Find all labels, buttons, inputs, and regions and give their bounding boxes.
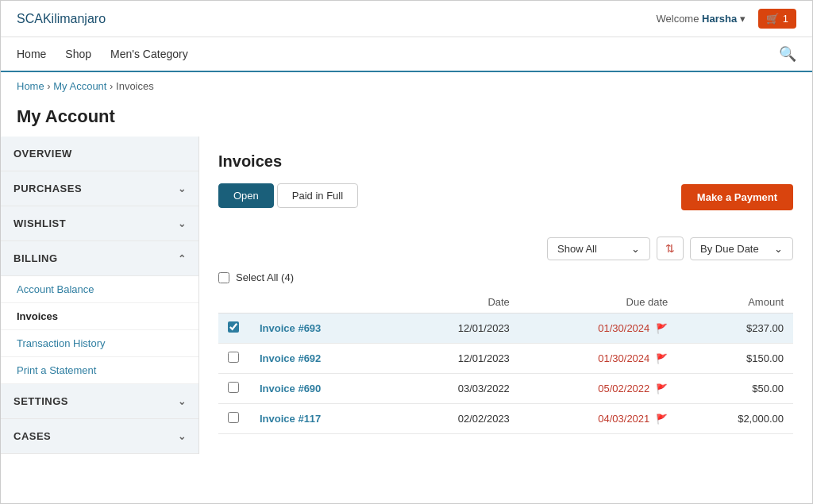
sidebar-item-purchases[interactable]: PURCHASES ⌄: [1, 171, 198, 206]
overdue-flag-icon: 🚩: [656, 353, 668, 364]
row-checkbox-cell: [218, 344, 250, 374]
due-date-text: 01/30/2024: [598, 352, 649, 364]
row-invoice-link[interactable]: Invoice #692: [250, 344, 393, 374]
sidebar-subitem-print-statement[interactable]: Print a Statement: [1, 357, 198, 384]
invoice-anchor[interactable]: Invoice #117: [260, 413, 321, 425]
breadcrumb-current: Invoices: [116, 80, 154, 92]
row-amount: $2,000.00: [677, 404, 793, 434]
nav-links: Home Shop Men's Category: [17, 48, 188, 60]
sort-by-select[interactable]: By Due Date ⌄: [690, 237, 793, 260]
sidebar-item-cases[interactable]: CASES ⌄: [1, 419, 198, 454]
chevron-down-icon: ⌄: [178, 431, 187, 442]
tab-open[interactable]: Open: [218, 183, 274, 208]
nav-home[interactable]: Home: [17, 48, 46, 60]
breadcrumb-my-account[interactable]: My Account: [53, 80, 106, 92]
logo-sca: SCA: [17, 12, 43, 25]
col-date: Date: [393, 291, 519, 314]
row-amount: $150.00: [677, 344, 793, 374]
table-row: Invoice #69212/01/202301/30/2024🚩$150.00: [218, 344, 793, 374]
show-all-label: Show All: [557, 243, 597, 255]
row-date: 03/03/2022: [393, 374, 519, 404]
invoice-anchor[interactable]: Invoice #693: [260, 322, 321, 334]
show-all-select[interactable]: Show All ⌄: [547, 237, 650, 260]
sort-icon: ⇅: [665, 242, 675, 255]
overdue-flag-icon: 🚩: [656, 414, 668, 425]
row-checkbox[interactable]: [228, 352, 239, 363]
top-header: SCAKilimanjaro Welcome Harsha ▾ 🛒 1: [1, 1, 812, 37]
nav-shop[interactable]: Shop: [65, 48, 91, 60]
content-area: Invoices Open Paid in Full Make a Paymen…: [199, 137, 812, 454]
invoice-anchor[interactable]: Invoice #690: [260, 383, 321, 394]
sidebar-wishlist-label: WISHLIST: [13, 217, 66, 229]
welcome-text: Welcome Harsha ▾: [656, 13, 745, 25]
sidebar-billing-label: BILLING: [13, 252, 58, 264]
invoice-tabs: Open Paid in Full: [218, 183, 358, 208]
select-all-checkbox[interactable]: [218, 272, 229, 283]
row-checkbox-cell: [218, 404, 250, 434]
col-amount: Amount: [677, 291, 793, 314]
row-checkbox[interactable]: [228, 412, 239, 423]
chevron-up-icon: ⌃: [178, 253, 187, 264]
invoice-anchor[interactable]: Invoice #692: [260, 352, 321, 364]
due-date-text: 04/03/2021: [598, 413, 649, 425]
header-right: Welcome Harsha ▾ 🛒 1: [656, 9, 796, 29]
due-date-text: 01/30/2024: [598, 322, 649, 334]
row-due-date: 01/30/2024🚩: [519, 344, 677, 374]
sidebar-cases-label: CASES: [13, 430, 51, 442]
sidebar-subitem-account-balance[interactable]: Account Balance: [1, 276, 198, 303]
chevron-down-icon: ⌄: [178, 396, 187, 407]
sidebar: OVERVIEW PURCHASES ⌄ WISHLIST ⌄ BILLING …: [1, 137, 199, 454]
page-title: My Account: [1, 100, 812, 137]
search-icon[interactable]: 🔍: [779, 45, 796, 63]
row-amount: $237.00: [677, 314, 793, 344]
row-invoice-link[interactable]: Invoice #693: [250, 314, 393, 344]
breadcrumb-home[interactable]: Home: [17, 80, 44, 92]
nav-mens-category[interactable]: Men's Category: [110, 48, 188, 60]
sidebar-subitem-transaction-history[interactable]: Transaction History: [1, 330, 198, 357]
content-title: Invoices: [218, 152, 793, 171]
sidebar-purchases-label: PURCHASES: [13, 183, 82, 194]
sort-direction-button[interactable]: ⇅: [657, 237, 684, 260]
row-due-date: 01/30/2024🚩: [519, 314, 677, 344]
select-all-row: Select All (4): [218, 271, 793, 283]
make-payment-button[interactable]: Make a Payment: [681, 184, 793, 210]
chevron-down-icon: ⌄: [178, 218, 187, 229]
chevron-down-icon: ⌄: [774, 243, 783, 255]
logo-sub: Kilimanjaro: [43, 12, 106, 25]
top-actions: Make a Payment: [681, 184, 793, 210]
sidebar-overview-label: OVERVIEW: [13, 148, 72, 160]
cart-button[interactable]: 🛒 1: [758, 9, 796, 29]
sidebar-item-billing[interactable]: BILLING ⌃: [1, 241, 198, 276]
overdue-flag-icon: 🚩: [656, 383, 668, 394]
row-checkbox-cell: [218, 374, 250, 404]
row-checkbox[interactable]: [228, 382, 239, 393]
col-due-date: Due date: [519, 291, 677, 314]
col-checkbox: [218, 291, 250, 314]
row-amount: $50.00: [677, 374, 793, 404]
col-invoice: [250, 291, 393, 314]
nav-bar: Home Shop Men's Category 🔍: [1, 37, 812, 72]
chevron-down-icon: ⌄: [631, 243, 640, 255]
tab-paid-in-full[interactable]: Paid in Full: [277, 183, 358, 208]
row-due-date: 04/03/2021🚩: [519, 404, 677, 434]
row-date: 12/01/2023: [393, 314, 519, 344]
invoice-table: Date Due date Amount Invoice #69312/01/2…: [218, 291, 793, 434]
sidebar-item-overview[interactable]: OVERVIEW: [1, 137, 198, 171]
sidebar-item-settings[interactable]: SETTINGS ⌄: [1, 384, 198, 419]
overdue-flag-icon: 🚩: [656, 323, 668, 334]
row-checkbox[interactable]: [228, 321, 239, 333]
row-due-date: 05/02/2022🚩: [519, 374, 677, 404]
row-date: 12/01/2023: [393, 344, 519, 374]
table-row: Invoice #69312/01/202301/30/2024🚩$237.00: [218, 314, 793, 344]
due-date-text: 05/02/2022: [598, 383, 649, 394]
sidebar-item-wishlist[interactable]: WISHLIST ⌄: [1, 206, 198, 241]
sidebar-settings-label: SETTINGS: [13, 395, 68, 407]
table-row: Invoice #11702/02/202304/03/2021🚩$2,000.…: [218, 404, 793, 434]
row-checkbox-cell: [218, 314, 250, 344]
main-layout: OVERVIEW PURCHASES ⌄ WISHLIST ⌄ BILLING …: [1, 137, 812, 454]
chevron-down-icon: ⌄: [178, 183, 187, 194]
sidebar-subitem-invoices[interactable]: Invoices: [1, 303, 198, 330]
site-logo: SCAKilimanjaro: [17, 10, 106, 27]
row-invoice-link[interactable]: Invoice #690: [250, 374, 393, 404]
row-invoice-link[interactable]: Invoice #117: [250, 404, 393, 434]
